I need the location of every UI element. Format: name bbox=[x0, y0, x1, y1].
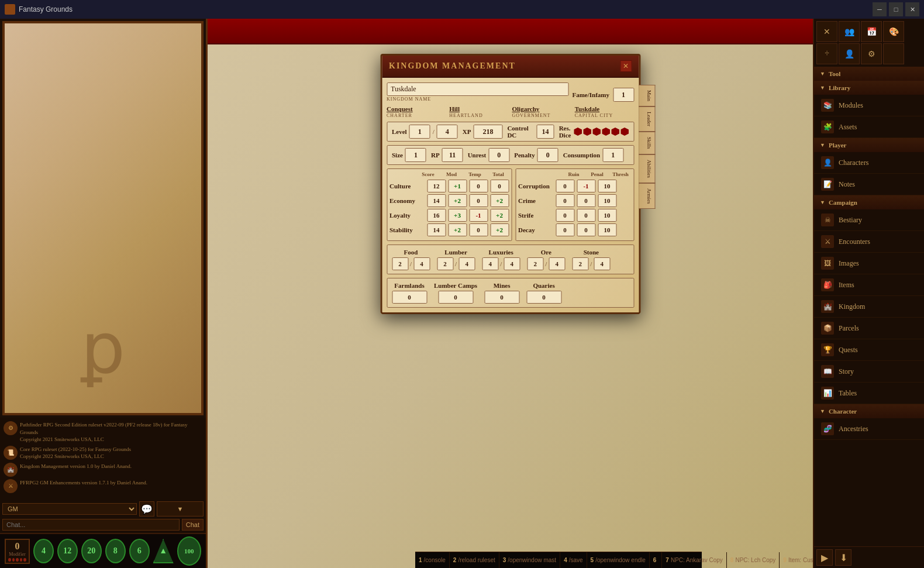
culture-mod[interactable]: +1 bbox=[448, 180, 467, 192]
d4-button[interactable]: 4 bbox=[33, 539, 54, 563]
loyalty-total[interactable]: +2 bbox=[490, 209, 509, 222]
bottom-item-3[interactable]: 3/openwindow mast bbox=[499, 552, 560, 568]
decay-thresh[interactable]: 10 bbox=[598, 223, 616, 236]
strife-thresh[interactable]: 10 bbox=[598, 209, 616, 222]
rp-value[interactable]: 11 bbox=[442, 148, 463, 162]
stone-max[interactable]: 4 bbox=[594, 257, 610, 270]
corruption-penal[interactable]: -1 bbox=[577, 180, 595, 192]
close-button[interactable]: ✕ bbox=[905, 2, 919, 16]
tool-calendar-icon[interactable]: 📅 bbox=[861, 21, 882, 42]
bottom-item-2[interactable]: 2/reload ruleset bbox=[450, 552, 499, 568]
tool-sword-icon[interactable]: ✕ bbox=[816, 21, 837, 42]
culture-total[interactable]: 0 bbox=[490, 180, 509, 192]
decay-ruin[interactable]: 0 bbox=[556, 223, 574, 236]
bottom-item-7[interactable]: 7NPC: Ankarav Copy bbox=[662, 552, 727, 568]
unrest-value[interactable]: 0 bbox=[488, 148, 509, 162]
chat-input[interactable] bbox=[2, 519, 180, 531]
sidebar-item-quests[interactable]: 🏆 Quests bbox=[814, 339, 924, 361]
bottom-item-4[interactable]: 4/save bbox=[560, 552, 587, 568]
bottom-item-6[interactable]: 6 bbox=[650, 552, 663, 568]
armies-tab[interactable]: Armies bbox=[639, 183, 655, 209]
lumber-camps-value[interactable]: 0 bbox=[438, 291, 473, 304]
quaries-value[interactable]: 0 bbox=[526, 291, 561, 304]
bottom-item-9[interactable]: 9Item: Custom Acid bbox=[780, 552, 813, 568]
penalty-value[interactable]: 0 bbox=[537, 148, 558, 162]
crime-thresh[interactable]: 10 bbox=[598, 194, 616, 207]
loyalty-score[interactable]: 16 bbox=[427, 209, 446, 222]
d100-button[interactable]: 100 bbox=[177, 536, 201, 566]
consumption-value[interactable]: 1 bbox=[602, 148, 623, 162]
bottom-item-8[interactable]: 8NPC: Lch Copy bbox=[727, 552, 780, 568]
sidebar-item-tables[interactable]: 📊 Tables bbox=[814, 383, 924, 404]
sidebar-item-modules[interactable]: 📚 Modules bbox=[814, 95, 924, 116]
sidebar-item-assets[interactable]: 🧩 Assets bbox=[814, 116, 924, 138]
corruption-thresh[interactable]: 10 bbox=[598, 180, 616, 192]
tool-divide-icon[interactable]: ÷ bbox=[816, 43, 837, 64]
tool-players-icon[interactable]: 👥 bbox=[839, 21, 860, 42]
luxuries-max[interactable]: 4 bbox=[504, 257, 520, 270]
chat-send-button[interactable]: Chat bbox=[182, 519, 204, 531]
control-dc-value[interactable]: 14 bbox=[536, 125, 554, 139]
sidebar-item-kingdom[interactable]: 🏰 Kingdom bbox=[814, 296, 924, 318]
d8-button[interactable]: 8 bbox=[105, 539, 126, 563]
stability-total[interactable]: +2 bbox=[490, 223, 509, 236]
ore-max[interactable]: 4 bbox=[549, 257, 565, 270]
km-close-button[interactable]: ✕ bbox=[620, 60, 632, 72]
culture-score[interactable]: 12 bbox=[427, 180, 446, 192]
luxuries-cur[interactable]: 4 bbox=[482, 257, 498, 270]
food-cur[interactable]: 2 bbox=[392, 257, 408, 270]
campaign-section-header[interactable]: ▼ Campaign bbox=[814, 195, 924, 209]
tool-paint-icon[interactable]: 🎨 bbox=[883, 21, 904, 42]
stone-cur[interactable]: 2 bbox=[572, 257, 588, 270]
bottom-item-5[interactable]: 5/openwindow endle bbox=[587, 552, 650, 568]
tool-section-header[interactable]: ▼ Tool bbox=[814, 67, 924, 81]
stability-score[interactable]: 14 bbox=[427, 223, 446, 236]
sidebar-item-characters[interactable]: 👤 Characters bbox=[814, 152, 924, 174]
sidebar-item-images[interactable]: 🖼 Images bbox=[814, 253, 924, 274]
mines-value[interactable]: 0 bbox=[484, 291, 519, 304]
d12-button[interactable]: 12 bbox=[57, 539, 78, 563]
corruption-ruin[interactable]: 0 bbox=[556, 180, 574, 192]
chat-extra-select[interactable]: ▼ bbox=[157, 501, 204, 517]
leader-tab[interactable]: Leader bbox=[639, 106, 655, 132]
lumber-cur[interactable]: 2 bbox=[437, 257, 453, 270]
skills-tab[interactable]: Skills bbox=[639, 132, 655, 154]
sidebar-item-ancestries[interactable]: 🧬 Ancestries bbox=[814, 418, 924, 440]
level-cur[interactable]: 1 bbox=[409, 125, 430, 139]
stability-temp[interactable]: 0 bbox=[469, 223, 488, 236]
chat-icon-button[interactable]: 💬 bbox=[139, 501, 154, 517]
sidebar-item-notes[interactable]: 📝 Notes bbox=[814, 174, 924, 195]
d4alt-button[interactable]: ▲ bbox=[153, 539, 174, 563]
strife-penal[interactable]: 0 bbox=[577, 209, 595, 222]
size-value[interactable]: 1 bbox=[405, 148, 426, 162]
sidebar-item-items[interactable]: 🎒 Items bbox=[814, 274, 924, 296]
economy-score[interactable]: 14 bbox=[427, 194, 446, 207]
economy-total[interactable]: +2 bbox=[490, 194, 509, 207]
food-max[interactable]: 4 bbox=[413, 257, 430, 270]
sidebar-item-bestiary[interactable]: ☠ Bestiary bbox=[814, 209, 924, 231]
d6-button[interactable]: 6 bbox=[129, 539, 150, 563]
crime-penal[interactable]: 0 bbox=[577, 194, 595, 207]
strife-ruin[interactable]: 0 bbox=[556, 209, 574, 222]
d20-button[interactable]: 20 bbox=[81, 539, 102, 563]
loyalty-temp[interactable]: -1 bbox=[469, 209, 488, 222]
sidebar-item-parcels[interactable]: 📦 Parcels bbox=[814, 318, 924, 339]
maximize-button[interactable]: □ bbox=[889, 2, 903, 16]
lumber-max[interactable]: 4 bbox=[458, 257, 475, 270]
culture-temp[interactable]: 0 bbox=[469, 180, 488, 192]
stability-mod[interactable]: +2 bbox=[448, 223, 467, 236]
decay-penal[interactable]: 0 bbox=[577, 223, 595, 236]
play-button[interactable]: ▶ bbox=[816, 549, 833, 566]
level-max[interactable]: 4 bbox=[437, 125, 458, 139]
economy-mod[interactable]: +2 bbox=[448, 194, 467, 207]
player-section-header[interactable]: ▼ Player bbox=[814, 138, 924, 152]
sidebar-item-story[interactable]: 📖 Story bbox=[814, 361, 924, 383]
abilities-tab[interactable]: Abilities bbox=[639, 154, 655, 183]
main-tab[interactable]: Main bbox=[639, 85, 655, 106]
xp-value[interactable]: 218 bbox=[473, 125, 502, 139]
ore-cur[interactable]: 2 bbox=[527, 257, 543, 270]
character-section-header[interactable]: ▼ Character bbox=[814, 404, 924, 418]
kingdom-name-input[interactable] bbox=[387, 82, 568, 96]
farmlands-value[interactable]: 0 bbox=[392, 291, 427, 304]
sidebar-item-encounters[interactable]: ⚔ Encounters bbox=[814, 231, 924, 253]
